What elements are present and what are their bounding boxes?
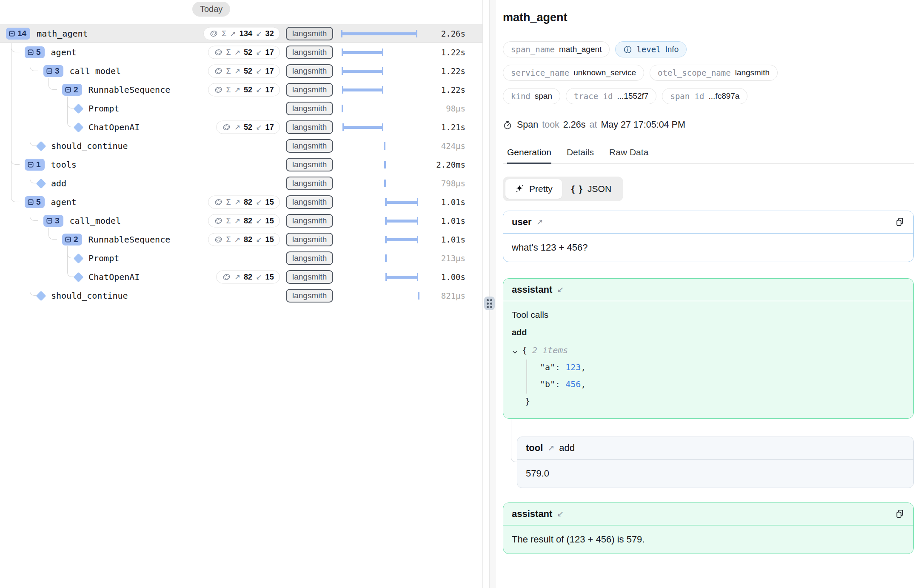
- duration-bar: [385, 220, 418, 223]
- langsmith-tag[interactable]: langsmith: [286, 270, 333, 284]
- tree-row-RunnableSequence[interactable]: 2RunnableSequenceΣ↗82↙15langsmith1.01s: [0, 230, 482, 249]
- leaf-diamond-icon: [73, 103, 83, 114]
- input-tokens-count: 52: [244, 86, 252, 94]
- generation-cards: user ↗ what's 123 + 456? assistant ↙ Too…: [503, 211, 914, 554]
- duration-gantt: [340, 99, 419, 118]
- square-minus-icon: [27, 199, 34, 206]
- inbound-arrow-icon: ↙: [557, 509, 564, 519]
- collapse-caret-icon[interactable]: [512, 347, 518, 357]
- tree-row-Prompt[interactable]: Promptlangsmith213µs: [0, 249, 482, 268]
- copy-button[interactable]: [895, 217, 905, 227]
- langsmith-tag[interactable]: langsmith: [286, 27, 333, 40]
- tree-row-call_model[interactable]: 3call_modelΣ↗82↙15langsmith1.01s: [0, 211, 482, 230]
- langsmith-tag[interactable]: langsmith: [286, 120, 333, 134]
- tree-row-Prompt[interactable]: Promptlangsmith98µs: [0, 99, 482, 118]
- tool-name-label: add: [559, 442, 575, 454]
- pill-key: level: [636, 45, 661, 54]
- duration-gantt: [340, 80, 419, 99]
- duration-gantt: [340, 24, 419, 43]
- tree-row-should_continue[interactable]: should_continuelangsmith821µs: [0, 286, 482, 305]
- output-tokens-arrow-icon: ↙: [256, 123, 262, 132]
- langsmith-tag[interactable]: langsmith: [286, 102, 333, 115]
- tree-row-RunnableSequence[interactable]: 2RunnableSequenceΣ↗52↙17langsmith1.22s: [0, 80, 482, 99]
- output-tokens-count: 15: [265, 198, 274, 207]
- tab-raw-data[interactable]: Raw Data: [609, 147, 648, 163]
- collapse-badge[interactable]: 1: [25, 159, 45, 171]
- role-label: assistant: [512, 508, 552, 519]
- duration-gantt: [340, 230, 419, 249]
- collapse-badge[interactable]: 14: [6, 28, 30, 40]
- tree-row-should_continue[interactable]: should_continuelangsmith424µs: [0, 137, 482, 155]
- input-tokens-arrow-icon: ↗: [234, 235, 240, 244]
- langsmith-tag[interactable]: langsmith: [286, 233, 333, 246]
- panel-resize-handle[interactable]: [484, 297, 495, 310]
- duration-label: 1.22s: [441, 66, 465, 76]
- duration-label: 424µs: [441, 141, 465, 151]
- summary-segment: May 27 17:05:04 PM: [601, 120, 685, 130]
- span-detail-panel: math_agent span_namemath_agentlevelInfos…: [496, 0, 924, 588]
- tree-row-ChatOpenAI[interactable]: ChatOpenAI↗82↙15langsmith1.00s: [0, 268, 482, 286]
- langsmith-tag[interactable]: langsmith: [286, 139, 333, 153]
- tree-row-tools[interactable]: 1toolslangsmith2.20ms: [0, 155, 482, 174]
- input-tokens-arrow-icon: ↗: [230, 29, 236, 38]
- outbound-arrow-icon: ↗: [548, 443, 554, 453]
- output-tokens-arrow-icon: ↙: [256, 29, 262, 38]
- duration-label: 1.00s: [441, 272, 465, 282]
- duration-gantt: [340, 268, 419, 286]
- json-entry-row: "b":456,: [512, 376, 905, 393]
- date-pill[interactable]: Today: [192, 2, 230, 17]
- langsmith-tag[interactable]: langsmith: [286, 214, 333, 228]
- tool-call-args-json: { 2 items "a":123,"b":456, }: [512, 342, 905, 410]
- square-minus-icon: [27, 49, 34, 56]
- langsmith-tag[interactable]: langsmith: [286, 158, 333, 171]
- tree-row-ChatOpenAI[interactable]: ChatOpenAI↗52↙17langsmith1.21s: [0, 118, 482, 137]
- tree-row-add[interactable]: addlangsmith798µs: [0, 174, 482, 193]
- leaf-diamond-icon: [73, 272, 83, 282]
- output-tokens-arrow-icon: ↙: [256, 217, 262, 225]
- collapse-badge[interactable]: 2: [62, 84, 82, 96]
- langsmith-tag[interactable]: langsmith: [286, 177, 333, 190]
- pretty-toggle-button[interactable]: Pretty: [505, 179, 562, 199]
- collapse-badge[interactable]: 3: [43, 65, 63, 77]
- coin-icon: [222, 123, 231, 132]
- langsmith-tag[interactable]: langsmith: [286, 64, 333, 78]
- duration-tick: [384, 180, 386, 187]
- info-icon: [623, 45, 632, 54]
- json-toggle-button[interactable]: { } JSON: [562, 179, 621, 199]
- langsmith-tag[interactable]: langsmith: [286, 195, 333, 209]
- tool-result-text: 579.0: [517, 460, 913, 488]
- coin-icon: [214, 235, 223, 244]
- langsmith-tag[interactable]: langsmith: [286, 289, 333, 303]
- tree-row-math_agent[interactable]: 14math_agentΣ↗134↙32langsmith2.26s: [0, 24, 482, 43]
- duration-gantt: [340, 43, 419, 62]
- collapse-badge[interactable]: 2: [62, 234, 82, 245]
- pill-value: ...1552f7: [617, 91, 648, 101]
- langsmith-tag[interactable]: langsmith: [286, 46, 333, 59]
- tool-calls-heading: Tool calls: [512, 310, 905, 320]
- collapse-badge[interactable]: 5: [25, 196, 45, 208]
- leaf-diamond-icon: [36, 291, 46, 301]
- token-usage-badge: Σ↗82↙15: [208, 233, 280, 246]
- tree-row-agent[interactable]: 5agentΣ↗52↙17langsmith1.22s: [0, 43, 482, 62]
- langsmith-tag[interactable]: langsmith: [286, 251, 333, 265]
- tree-row-call_model[interactable]: 3call_modelΣ↗52↙17langsmith1.22s: [0, 62, 482, 80]
- output-tokens-arrow-icon: ↙: [256, 235, 262, 244]
- collapse-badge[interactable]: 3: [43, 215, 63, 227]
- role-label: tool: [526, 442, 543, 454]
- copy-button[interactable]: [895, 509, 905, 519]
- user-message-card: user ↗ what's 123 + 456?: [503, 211, 914, 262]
- collapse-badge[interactable]: 5: [25, 46, 45, 58]
- langsmith-tag[interactable]: langsmith: [286, 83, 333, 97]
- detail-tabs: GenerationDetailsRaw Data: [503, 147, 914, 164]
- square-minus-icon: [46, 217, 53, 224]
- input-tokens-count: 82: [244, 217, 252, 225]
- attribute-pill-trace_id: trace_id...1552f7: [566, 88, 656, 104]
- panel-divider-strip: [489, 0, 496, 588]
- tab-details[interactable]: Details: [567, 147, 594, 163]
- tab-generation[interactable]: Generation: [507, 147, 551, 164]
- tree-row-agent[interactable]: 5agentΣ↗82↙15langsmith1.01s: [0, 193, 482, 211]
- attribute-pill-otel_scope_name: otel_scope_namelangsmith: [650, 65, 778, 81]
- sigma-icon: Σ: [222, 29, 226, 38]
- duration-label: 1.01s: [441, 235, 465, 244]
- duration-gantt: [340, 62, 419, 80]
